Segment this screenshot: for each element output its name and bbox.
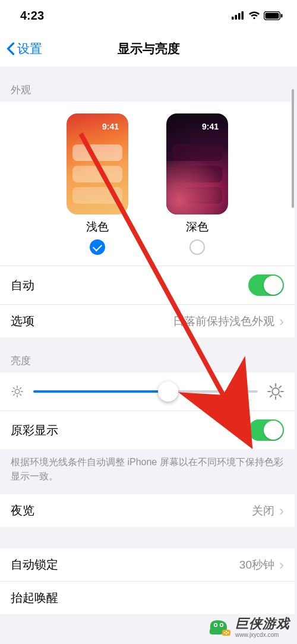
- chevron-right-icon: ›: [279, 558, 284, 572]
- svg-line-24: [279, 386, 281, 388]
- truetone-label: 原彩显示: [11, 422, 58, 438]
- section-header-appearance: 外观: [0, 67, 295, 102]
- watermark-logo-icon: [207, 617, 230, 637]
- light-radio[interactable]: [90, 239, 105, 255]
- row-options[interactable]: 选项 日落前保持浅色外观 ›: [0, 304, 295, 337]
- auto-lock-label: 自动锁定: [11, 557, 58, 573]
- row-auto: 自动: [0, 266, 295, 304]
- row-raise-to-wake: 抬起唤醒: [0, 581, 295, 614]
- svg-rect-33: [226, 631, 227, 632]
- svg-rect-3: [242, 11, 244, 20]
- status-time: 4:23: [20, 9, 44, 23]
- auto-lock-value: 30秒钟: [239, 557, 274, 573]
- svg-point-31: [224, 632, 226, 633]
- svg-rect-0: [232, 17, 234, 20]
- night-shift-group: 夜览 关闭 ›: [0, 494, 295, 527]
- sun-small-icon: [11, 385, 24, 398]
- brightness-knob[interactable]: [158, 381, 178, 402]
- scroll-area[interactable]: 外观 9:41 浅色 9:41 深色 自动: [0, 67, 297, 644]
- battery-icon: [264, 11, 283, 20]
- options-label: 选项: [11, 313, 34, 329]
- thumb-time: 9:41: [102, 122, 119, 131]
- row-night-shift[interactable]: 夜览 关闭 ›: [0, 494, 295, 527]
- chevron-right-icon: ›: [279, 314, 284, 329]
- svg-line-12: [13, 387, 14, 389]
- svg-line-13: [20, 394, 21, 396]
- row-truetone: 原彩显示: [0, 411, 295, 449]
- appearance-group: 9:41 浅色 9:41 深色 自动 选项 日落前保持浅色外观: [0, 102, 295, 337]
- thumb-time: 9:41: [202, 122, 219, 131]
- brightness-slider[interactable]: [33, 390, 258, 393]
- svg-rect-5: [266, 12, 279, 18]
- light-label: 浅色: [86, 219, 109, 235]
- status-indicators: [232, 11, 283, 20]
- brightness-slider-row: [0, 372, 295, 411]
- lock-group: 自动锁定 30秒钟 › 抬起唤醒: [0, 548, 295, 614]
- watermark: 巨侠游戏 www.jxycdx.com: [203, 613, 293, 640]
- section-header-brightness: 亮度: [0, 337, 295, 372]
- appearance-picker: 9:41 浅色 9:41 深色: [0, 102, 295, 266]
- svg-rect-1: [235, 15, 238, 20]
- svg-rect-6: [281, 14, 283, 17]
- dark-thumbnail: 9:41: [166, 113, 228, 214]
- sun-large-icon: [267, 383, 284, 400]
- svg-point-28: [214, 624, 216, 626]
- chevron-right-icon: ›: [279, 504, 284, 518]
- auto-toggle[interactable]: [248, 274, 284, 296]
- svg-line-14: [13, 394, 14, 396]
- watermark-brand: 巨侠游戏: [235, 616, 290, 631]
- svg-point-29: [220, 624, 222, 626]
- svg-point-16: [272, 388, 279, 395]
- nav-bar: 设置 显示与亮度: [0, 31, 297, 67]
- truetone-footer: 根据环境光线条件自动调整 iPhone 屏幕以在不同环境下保持色彩显示一致。: [0, 449, 295, 494]
- svg-line-22: [279, 395, 281, 397]
- theme-option-light[interactable]: 9:41 浅色: [67, 113, 128, 255]
- raise-to-wake-label: 抬起唤醒: [11, 590, 58, 606]
- dark-radio[interactable]: [189, 239, 205, 255]
- brightness-group: 原彩显示: [0, 372, 295, 449]
- page-title: 显示与亮度: [0, 40, 297, 57]
- night-shift-value: 关闭: [252, 503, 274, 519]
- svg-point-32: [228, 632, 229, 633]
- status-bar: 4:23: [0, 0, 297, 31]
- watermark-url: www.jxycdx.com: [235, 632, 290, 638]
- night-shift-label: 夜览: [11, 503, 34, 519]
- back-label: 设置: [17, 40, 42, 57]
- chevron-left-icon: [6, 42, 15, 55]
- truetone-toggle[interactable]: [248, 419, 284, 441]
- cellular-icon: [232, 11, 245, 20]
- light-thumbnail: 9:41: [67, 113, 128, 214]
- row-auto-lock[interactable]: 自动锁定 30秒钟 ›: [0, 548, 295, 581]
- svg-point-7: [15, 389, 19, 393]
- svg-line-15: [20, 387, 21, 389]
- svg-rect-34: [226, 633, 227, 634]
- options-value: 日落前保持浅色外观: [173, 314, 274, 329]
- dark-label: 深色: [186, 219, 208, 235]
- svg-rect-30: [222, 630, 230, 636]
- wifi-icon: [248, 11, 260, 20]
- theme-option-dark[interactable]: 9:41 深色: [166, 113, 228, 255]
- svg-line-23: [270, 395, 272, 397]
- auto-label: 自动: [11, 277, 34, 293]
- svg-rect-2: [238, 13, 241, 20]
- svg-line-21: [270, 386, 272, 388]
- back-button[interactable]: 设置: [0, 40, 42, 57]
